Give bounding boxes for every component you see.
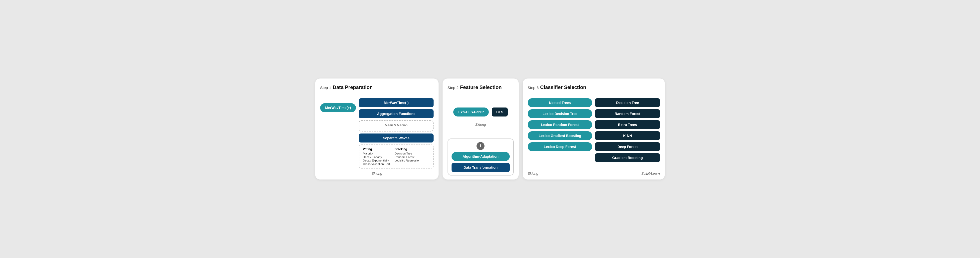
step3-header: Step-3 Classifier Selection: [528, 85, 660, 94]
aggregation-functions-button[interactable]: Aggregation Functions: [359, 109, 434, 118]
data-transformation-button[interactable]: Data Transformation: [452, 163, 510, 172]
step1-left: MerWavTime(+): [320, 98, 356, 112]
step1-right: MerWavTime(-) Aggregation Functions Mean…: [359, 98, 434, 168]
extra-trees-button[interactable]: Extra Trees: [595, 120, 660, 129]
step3-label: Step-3: [528, 85, 539, 90]
gradient-boosting-button[interactable]: Gradient Boosting: [595, 153, 660, 162]
merwavtime-plus-button[interactable]: MerWavTime(+): [320, 103, 356, 112]
step2-panel: Step-2 Feature Selection Exh-CFS-PerGr C…: [442, 79, 519, 179]
nested-trees-button[interactable]: Nested Trees: [528, 98, 592, 107]
step2-bottom: i Algorithm-Adaptation Data Transformati…: [447, 138, 514, 176]
stacking-header: Stacking: [395, 147, 420, 151]
decision-tree-button[interactable]: Decision Tree: [595, 98, 660, 107]
step1-title: Data Preparation: [332, 85, 372, 90]
step2-header: Step-2 Feature Selection: [447, 85, 514, 94]
voting-column: Voting Majority Decay Linearly Decay Exp…: [363, 147, 391, 165]
lexico-deep-forest-button[interactable]: Lexico Deep Forest: [528, 142, 592, 151]
step2-label: Step-2: [447, 85, 458, 90]
lexico-random-forest-button[interactable]: Lexico Random Forest: [528, 120, 592, 129]
step3-content: Nested Trees Lexico Decision Tree Lexico…: [528, 98, 660, 165]
mean-median-box: Mean & Median: [359, 120, 434, 131]
step3-title: Classifier Selection: [540, 85, 586, 90]
voting-item-2: Decay Linearly: [363, 155, 391, 159]
step3-footer-sklearn: Scikit-Learn: [641, 171, 660, 176]
step3-footer-sklong: Sklong: [528, 171, 538, 176]
voting-header: Voting: [363, 147, 391, 151]
lexico-decision-tree-button[interactable]: Lexico Decision Tree: [528, 109, 592, 118]
step3-panel: Step-3 Classifier Selection Nested Trees…: [523, 79, 665, 179]
merwavtime-minus-button[interactable]: MerWavTime(-): [359, 98, 434, 107]
algorithm-adaptation-button[interactable]: Algorithm-Adaptation: [452, 152, 510, 161]
mean-median-label: Mean & Median: [363, 123, 430, 127]
knn-button[interactable]: K-NN: [595, 131, 660, 140]
random-forest-button[interactable]: Random Forest: [595, 109, 660, 118]
step3-sklong-column: Nested Trees Lexico Decision Tree Lexico…: [528, 98, 592, 165]
stacking-item-1: Decision Tree: [395, 152, 420, 155]
step1-label: Step-1: [320, 85, 331, 90]
step1-footer: Sklong: [320, 171, 434, 176]
step3-footer: Sklong Scikit-Learn: [528, 168, 660, 176]
main-container: Step-1 Data Preparation MerWavTime(+) Me…: [315, 79, 665, 179]
stacking-column: Stacking Decision Tree Random Forest Log…: [395, 147, 420, 165]
step2-top: Exh-CFS-PerGr CFS Sklong: [447, 98, 514, 136]
cfs-button[interactable]: CFS: [492, 107, 508, 117]
stacking-item-2: Random Forest: [395, 155, 420, 159]
step2-footer-top: Sklong: [475, 122, 486, 127]
stacking-item-3: Logisitic Regression: [395, 159, 420, 162]
step1-content: MerWavTime(+) MerWavTime(-) Aggregation …: [320, 98, 434, 168]
info-icon: i: [477, 142, 485, 150]
separate-waves-button[interactable]: Separate Waves: [359, 133, 434, 143]
step1-header: Step-1 Data Preparation: [320, 85, 434, 94]
step3-sklearn-column: Decision Tree Random Forest Extra Trees …: [595, 98, 660, 165]
voting-stacking-container: Voting Majority Decay Linearly Decay Exp…: [363, 147, 430, 165]
voting-item-4: Cross-Validation Perf.: [363, 162, 391, 165]
voting-item-1: Majority: [363, 152, 391, 155]
step2-title: Feature Selection: [460, 85, 502, 90]
deep-forest-button[interactable]: Deep Forest: [595, 142, 660, 151]
voting-item-3: Decay Exponentially: [363, 159, 391, 162]
lexico-gradient-boosting-button[interactable]: Lexico Gradient Boosting: [528, 131, 592, 140]
voting-stacking-box: Voting Majority Decay Linearly Decay Exp…: [359, 144, 434, 168]
step1-panel: Step-1 Data Preparation MerWavTime(+) Me…: [315, 79, 439, 179]
step2-buttons: Exh-CFS-PerGr CFS: [453, 107, 508, 117]
exh-cfs-pergr-button[interactable]: Exh-CFS-PerGr: [453, 107, 489, 117]
